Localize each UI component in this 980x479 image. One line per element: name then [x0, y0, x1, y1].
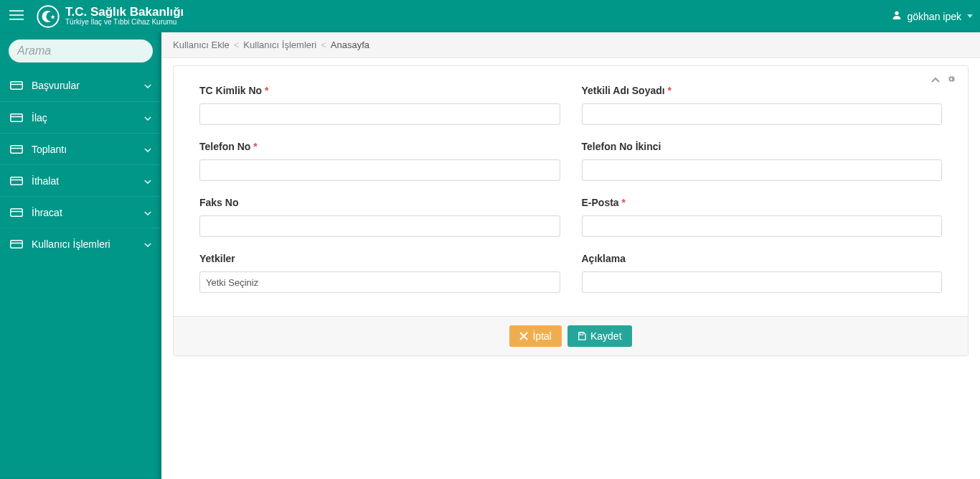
button-label: İptal: [532, 330, 551, 342]
card-icon: [10, 208, 23, 218]
sidebar-item-basvurular[interactable]: Başvurular: [0, 70, 161, 101]
sidebar-item-ithalat[interactable]: İthalat: [0, 164, 161, 196]
brand-subtitle: Türkiye İlaç ve Tıbbi Cihaz Kurumu: [65, 19, 184, 27]
telefon-ikinci-input[interactable]: [582, 159, 943, 181]
field-eposta: E-Posta *: [582, 197, 943, 237]
breadcrumb-item[interactable]: Anasayfa: [331, 39, 369, 50]
sidebar: Başvurular İlaç: [0, 32, 161, 479]
collapse-icon[interactable]: [931, 74, 940, 85]
svg-point-3: [37, 6, 58, 27]
faks-input[interactable]: [199, 215, 560, 237]
chevron-down-icon: [144, 175, 151, 187]
topbar: T.C. Sağlık Bakanlığı Türkiye İlaç ve Tı…: [0, 0, 980, 32]
settings-icon[interactable]: [947, 74, 956, 85]
card-icon: [10, 239, 23, 249]
svg-rect-16: [11, 208, 23, 216]
yetkili-ad-input[interactable]: [582, 103, 943, 125]
label-text: Telefon No İkinci: [582, 141, 661, 152]
chevron-down-icon: [144, 112, 151, 124]
label-text: Telefon No: [199, 141, 250, 152]
breadcrumb-item[interactable]: Kullanıcı İşlemleri: [243, 39, 316, 50]
card-icon: [10, 144, 23, 154]
svg-rect-1: [9, 14, 24, 16]
card-icon: [10, 80, 23, 90]
field-label: Faks No: [199, 197, 560, 208]
save-icon: [578, 332, 586, 340]
select-placeholder: Yetki Seçiniz: [206, 277, 258, 288]
field-telefon-ikinci: Telefon No İkinci: [582, 141, 943, 181]
breadcrumb-item[interactable]: Kullanıcı Ekle: [173, 39, 230, 50]
search-box[interactable]: [9, 39, 153, 62]
sidebar-item-kullanici-islemleri[interactable]: Kullanıcı İşlemleri: [0, 228, 161, 259]
svg-point-5: [895, 11, 899, 15]
user-icon: [891, 9, 903, 23]
sidebar-item-label: Toplantı: [32, 144, 136, 155]
search-input[interactable]: [17, 45, 161, 57]
field-label: Yetkili Adı Soyadı *: [582, 85, 943, 96]
breadcrumb: Kullanıcı Ekle < Kullanıcı İşlemleri < A…: [161, 32, 980, 58]
save-button[interactable]: Kaydet: [567, 325, 632, 347]
svg-rect-2: [9, 19, 24, 20]
aciklama-input[interactable]: [582, 271, 943, 293]
main-content: Kullanıcı Ekle < Kullanıcı İşlemleri < A…: [161, 32, 980, 479]
button-label: Kaydet: [590, 330, 622, 342]
required-mark: *: [622, 197, 626, 208]
sidebar-nav: Başvurular İlaç: [0, 70, 161, 259]
chevron-down-icon: [144, 207, 151, 218]
eposta-input[interactable]: [582, 215, 943, 237]
svg-rect-14: [11, 177, 23, 185]
sidebar-item-label: İlaç: [32, 112, 136, 124]
card-icon: [10, 113, 23, 123]
sidebar-item-label: Başvurular: [32, 80, 136, 91]
required-mark: *: [265, 85, 268, 96]
brand: T.C. Sağlık Bakanlığı Türkiye İlaç ve Tı…: [37, 5, 184, 28]
tc-kimlik-input[interactable]: [199, 103, 560, 125]
brand-title: T.C. Sağlık Bakanlığı: [65, 6, 184, 19]
field-label: Yetkiler: [199, 253, 560, 264]
telefon-input[interactable]: [199, 159, 560, 181]
field-aciklama: Açıklama: [582, 253, 943, 293]
svg-rect-8: [11, 82, 23, 90]
card-icon: [10, 176, 23, 186]
close-icon: [519, 332, 528, 340]
hamburger-icon: [9, 8, 24, 24]
field-telefon: Telefon No *: [199, 141, 560, 181]
label-text: TC Kimlik No: [199, 85, 262, 96]
sidebar-item-label: Kullanıcı İşlemleri: [32, 238, 136, 250]
panel-footer: İptal Kaydet: [174, 316, 968, 355]
chevron-down-icon: [144, 238, 151, 250]
cancel-button[interactable]: İptal: [509, 325, 561, 347]
svg-rect-12: [11, 145, 23, 153]
required-mark: *: [253, 141, 257, 152]
field-label: TC Kimlik No *: [199, 85, 560, 96]
sidebar-item-label: İhracat: [32, 207, 136, 218]
field-label: E-Posta *: [582, 197, 943, 208]
field-yetkili-ad: Yetkili Adı Soyadı *: [582, 85, 943, 125]
menu-toggle[interactable]: [0, 0, 32, 32]
brand-logo-icon: [37, 5, 60, 28]
svg-rect-0: [9, 10, 24, 11]
label-text: E-Posta: [582, 197, 619, 208]
svg-rect-18: [11, 240, 23, 248]
svg-rect-10: [11, 113, 23, 121]
chevron-down-icon: [144, 144, 151, 155]
user-menu[interactable]: gökhan ipek: [891, 9, 973, 23]
sidebar-item-label: İthalat: [32, 175, 136, 187]
label-text: Yetkiler: [199, 253, 235, 264]
sidebar-item-toplanti[interactable]: Toplantı: [0, 133, 161, 164]
chevron-down-icon: [144, 80, 151, 91]
label-text: Faks No: [199, 197, 238, 208]
breadcrumb-separator: <: [234, 39, 240, 50]
svg-marker-4: [50, 14, 55, 19]
field-tc-kimlik: TC Kimlik No *: [199, 85, 560, 125]
panel-actions: [931, 74, 956, 85]
field-yetkiler: Yetkiler Yetki Seçiniz: [199, 253, 560, 293]
sidebar-item-ilac[interactable]: İlaç: [0, 101, 161, 133]
field-label: Telefon No İkinci: [582, 141, 943, 152]
breadcrumb-separator: <: [321, 39, 326, 50]
sidebar-item-ihracat[interactable]: İhracat: [0, 196, 161, 228]
field-label: Açıklama: [582, 253, 943, 264]
required-mark: *: [668, 85, 672, 96]
user-name: gökhan ipek: [907, 11, 961, 22]
yetkiler-select[interactable]: Yetki Seçiniz: [199, 271, 560, 293]
